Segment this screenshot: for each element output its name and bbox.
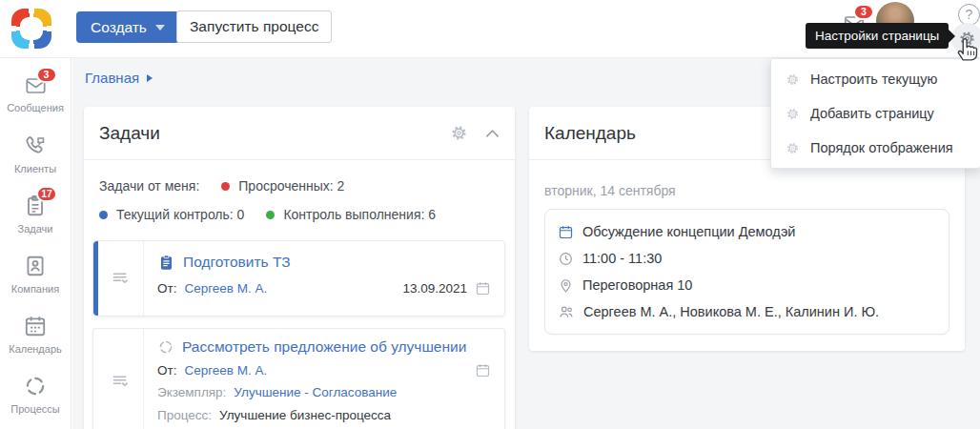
task-clipboard-icon (157, 254, 175, 272)
envelope-icon: 3 (23, 74, 49, 97)
sidebar-item-label: Задачи (18, 223, 53, 235)
tasks-badge: 17 (36, 186, 57, 202)
filter-execution-control-label[interactable]: Контроль выполнения: 6 (283, 207, 436, 222)
collapse-chevron-icon[interactable] (485, 129, 500, 138)
clipboard-icon: 17 (23, 194, 48, 218)
tasks-widget-title: Задачи (99, 123, 160, 144)
sidebar-item-label: Компания (11, 283, 59, 295)
task-list: Подготовить ТЗ От: Сергеев М. А. 13.09.2… (84, 238, 515, 429)
calendar-icon (23, 314, 48, 338)
sidebar-item-clients[interactable]: Клиенты (0, 124, 71, 184)
gear-icon (958, 30, 976, 48)
gear-icon (786, 107, 800, 121)
task-item[interactable]: Рассмотреть предложение об улучшении От:… (92, 328, 505, 429)
page-settings-tooltip: Настройки страницы (806, 23, 949, 49)
tooltip-text: Настройки страницы (815, 29, 939, 43)
task-instance-link[interactable]: Улучшение - Согласование (234, 385, 397, 399)
page-settings-button[interactable] (951, 23, 980, 54)
breadcrumb-home-link[interactable]: Главная (85, 70, 139, 86)
widget-settings-gear-icon[interactable] (450, 124, 468, 142)
task-instance-label: Экземпляр: (157, 385, 226, 399)
task-item[interactable]: Подготовить ТЗ От: Сергеев М. А. 13.09.2… (92, 240, 505, 317)
notifications-badge: 3 (853, 4, 874, 20)
task-due-date: 13.09.2021 (402, 281, 467, 296)
tasks-widget: Задачи Задачи от меня: Просроченных: 2 (84, 107, 515, 429)
menu-item-add-page[interactable]: Добавить страницу (771, 96, 980, 131)
app-logo-icon[interactable] (11, 9, 51, 49)
task-process-value: Улучшение бизнес-процесса (219, 408, 391, 422)
filter-overdue-label[interactable]: Просроченных: 2 (238, 178, 344, 194)
date-calendar-icon[interactable] (475, 280, 491, 296)
calendar-event[interactable]: Обсуждение концепции Демодэй 11:00 - 11:… (544, 209, 949, 335)
sidebar-item-company[interactable]: Компания (0, 244, 71, 304)
breadcrumb-arrow-icon (147, 74, 153, 82)
task-title-link[interactable]: Рассмотреть предложение об улучшении (182, 338, 466, 356)
location-pin-icon (558, 277, 574, 294)
menu-item-label: Настроить текущую (810, 72, 937, 87)
menu-item-label: Добавить страницу (810, 106, 934, 121)
blue-dot-icon (99, 211, 108, 219)
participants-icon (558, 303, 575, 320)
task-title-link[interactable]: Подготовить ТЗ (183, 254, 291, 271)
event-calendar-icon (558, 224, 574, 240)
list-menu-icon (111, 372, 131, 392)
sidebar-item-tasks[interactable]: 17 Задачи (0, 184, 71, 244)
menu-item-label: Порядок отображения (810, 140, 953, 155)
sidebar-item-label: Клиенты (14, 163, 56, 174)
menu-item-display-order[interactable]: Порядок отображения (771, 131, 980, 165)
filter-current-control-label[interactable]: Текущий контроль: 0 (116, 207, 244, 222)
tasks-filters: Задачи от меня: Просроченных: 2 Текущий … (84, 160, 515, 238)
create-button-label: Создать (91, 19, 147, 36)
task-drag-handle[interactable] (98, 329, 144, 429)
task-from-label: От: (157, 363, 176, 378)
calendar-day-header: вторник, 14 сентября (544, 183, 949, 198)
task-from-person-link[interactable]: Сергеев М. А. (184, 363, 267, 378)
messages-badge: 3 (36, 67, 57, 83)
red-dot-icon (221, 182, 230, 191)
breadcrumb[interactable]: Главная (85, 70, 153, 86)
task-from-label: От: (157, 281, 176, 296)
sidebar-item-processes[interactable]: Процессы (0, 364, 71, 424)
id-card-icon (23, 254, 48, 278)
page-settings-menu: Настроить текущую Добавить страницу Поря… (770, 58, 980, 169)
filter-from-me-label[interactable]: Задачи от меня: (99, 178, 199, 194)
run-process-label: Запустить процесс (190, 18, 318, 35)
sidebar-item-label: Сообщения (7, 102, 64, 113)
phone-icon (23, 133, 48, 158)
sidebar-item-messages[interactable]: 3 Сообщения (0, 64, 71, 124)
calendar-widget-title: Календарь (544, 123, 636, 144)
event-location: Переговорная 10 (582, 277, 692, 293)
task-from-person-link[interactable]: Сергеев М. А. (184, 281, 267, 296)
tasks-widget-header: Задачи (84, 107, 515, 160)
task-process-label: Процесс: (157, 408, 212, 422)
date-calendar-icon[interactable] (475, 362, 491, 378)
event-title[interactable]: Обсуждение концепции Демодэй (582, 224, 795, 239)
process-task-icon (157, 338, 174, 356)
sidebar: 3 Сообщения Клиенты 17 Задачи (0, 58, 71, 429)
process-icon (23, 374, 48, 398)
sidebar-item-calendar[interactable]: Календарь (0, 304, 71, 364)
task-drag-handle[interactable] (98, 241, 144, 316)
event-time: 11:00 - 11:30 (582, 251, 662, 266)
green-dot-icon (266, 211, 275, 219)
create-button[interactable]: Создать (76, 11, 179, 43)
gear-icon (786, 72, 800, 87)
event-participants: Сергеев М. А., Новикова М. Е., Калинин И… (583, 304, 879, 319)
sidebar-item-label: Процессы (10, 403, 59, 415)
clock-icon (558, 251, 574, 267)
gear-icon (786, 141, 800, 155)
run-process-button[interactable]: Запустить процесс (176, 10, 332, 43)
list-menu-icon (111, 269, 131, 289)
menu-item-configure-current[interactable]: Настроить текущую (771, 62, 980, 96)
chevron-down-icon (155, 25, 165, 31)
sidebar-item-label: Календарь (9, 343, 62, 355)
